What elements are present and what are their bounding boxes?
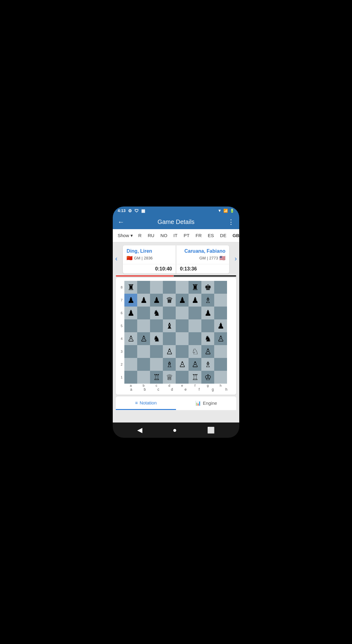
engine-label: Engine — [203, 400, 217, 406]
square-c8[interactable] — [150, 281, 163, 294]
square-a8[interactable]: ♜ — [124, 281, 137, 294]
square-b2[interactable] — [137, 358, 150, 371]
player-right-flag: 🇺🇸 — [219, 255, 226, 261]
square-g7[interactable]: ♗ — [201, 294, 214, 307]
lang-no[interactable]: NO — [157, 229, 170, 242]
square-f5[interactable] — [189, 319, 201, 332]
square-c5[interactable] — [150, 319, 163, 332]
square-e1[interactable] — [176, 371, 189, 384]
square-b7[interactable]: ♟ — [137, 294, 150, 307]
player-left-title: GM — [134, 256, 140, 260]
square-d1[interactable]: ♕ — [163, 371, 176, 384]
square-b5[interactable] — [137, 319, 150, 332]
lang-ru[interactable]: RU — [145, 229, 157, 242]
square-a1[interactable] — [124, 371, 137, 384]
square-f1[interactable]: ♖ — [189, 371, 201, 384]
chess-board[interactable]: 8♜♜♚7♟♟♟♛♟♟♗6♟♞♟5♝♟4♙♙♞♞♙3♙♘♙2♗♙♙♗1♖♕♖♔a… — [119, 281, 233, 387]
square-g1[interactable]: ♔ — [201, 371, 214, 384]
square-e3[interactable] — [176, 345, 189, 358]
back-button[interactable]: ← — [118, 218, 124, 226]
square-f2[interactable]: ♙ — [189, 358, 201, 371]
more-menu-button[interactable]: ⋮ — [228, 218, 234, 226]
prev-game-button[interactable]: ‹ — [113, 254, 120, 264]
player-right: Caruana, Fabiano GM | 2773 🇺🇸 — [176, 245, 229, 264]
square-c3[interactable] — [150, 345, 163, 358]
next-game-button[interactable]: › — [232, 254, 239, 264]
square-e6[interactable] — [176, 307, 189, 319]
player-right-name: Caruana, Fabiano — [180, 248, 226, 254]
file-c: c — [152, 387, 165, 392]
square-h4[interactable]: ♙ — [214, 332, 227, 345]
player-left-flag: 🇨🇳 — [127, 255, 133, 261]
player-left-separator: | — [141, 256, 142, 260]
square-d3[interactable]: ♙ — [163, 345, 176, 358]
recents-nav-button[interactable] — [207, 426, 215, 434]
square-d4[interactable] — [163, 332, 176, 345]
square-b4[interactable]: ♙ — [137, 332, 150, 345]
lang-fr[interactable]: FR — [193, 229, 205, 242]
rank-label-2: 2 — [119, 363, 124, 366]
square-h1[interactable] — [214, 371, 227, 384]
square-g4[interactable]: ♞ — [201, 332, 214, 345]
square-d5[interactable]: ♝ — [163, 319, 176, 332]
lang-r[interactable]: R — [135, 229, 145, 242]
tab-notation[interactable]: ≡ Notation — [116, 396, 176, 410]
square-c2[interactable] — [150, 358, 163, 371]
square-e5[interactable] — [176, 319, 189, 332]
square-g5[interactable] — [201, 319, 214, 332]
square-d2[interactable]: ♗ — [163, 358, 176, 371]
square-g6[interactable]: ♟ — [201, 307, 214, 319]
square-a2[interactable] — [124, 358, 137, 371]
file-h: h — [220, 387, 233, 392]
square-g2[interactable]: ♗ — [201, 358, 214, 371]
lang-pt[interactable]: PT — [181, 229, 193, 242]
square-b8[interactable] — [137, 281, 150, 294]
square-g8[interactable]: ♚ — [201, 281, 214, 294]
square-d7[interactable]: ♛ — [163, 294, 176, 307]
square-e2[interactable]: ♙ — [176, 358, 189, 371]
square-a5[interactable] — [124, 319, 137, 332]
file-b: b — [138, 387, 152, 392]
square-g3[interactable]: ♙ — [201, 345, 214, 358]
square-f4[interactable] — [189, 332, 201, 345]
square-e7[interactable]: ♟ — [176, 294, 189, 307]
square-c1[interactable]: ♖ — [150, 371, 163, 384]
square-h7[interactable] — [214, 294, 227, 307]
square-a3[interactable] — [124, 345, 137, 358]
square-c6[interactable]: ♞ — [150, 307, 163, 319]
square-f8[interactable]: ♜ — [189, 281, 201, 294]
square-c7[interactable]: ♟ — [150, 294, 163, 307]
square-h6[interactable] — [214, 307, 227, 319]
phone-frame: 4:13 ⚙ 🛡 ▦ ▼ 📶 🔋 ← Game Details ⋮ Show ▾… — [113, 207, 239, 438]
square-c4[interactable]: ♞ — [150, 332, 163, 345]
square-b3[interactable] — [137, 345, 150, 358]
square-h8[interactable] — [214, 281, 227, 294]
square-b6[interactable] — [137, 307, 150, 319]
square-h3[interactable] — [214, 345, 227, 358]
square-f7[interactable]: ♟ — [189, 294, 201, 307]
square-h5[interactable]: ♟ — [214, 319, 227, 332]
square-e8[interactable] — [176, 281, 189, 294]
square-d6[interactable] — [163, 307, 176, 319]
file-label-e: e — [176, 384, 189, 387]
lang-es[interactable]: ES — [205, 229, 217, 242]
lang-it[interactable]: IT — [170, 229, 181, 242]
lang-gb[interactable]: GB — [229, 229, 239, 242]
square-f3[interactable]: ♘ — [189, 345, 201, 358]
square-a7[interactable]: ♟ — [124, 294, 137, 307]
square-d8[interactable] — [163, 281, 176, 294]
show-dropdown-button[interactable]: Show ▾ — [115, 229, 135, 242]
players-card: Ding, Liren 🇨🇳 GM | 2836 Caruana, Fabian… — [123, 245, 229, 274]
square-a4[interactable]: ♙ — [124, 332, 137, 345]
file-label-a: a — [124, 384, 137, 387]
square-a6[interactable]: ♟ — [124, 307, 137, 319]
player-right-rating: 2773 — [209, 256, 218, 260]
square-e4[interactable] — [176, 332, 189, 345]
square-b1[interactable] — [137, 371, 150, 384]
square-f6[interactable] — [189, 307, 201, 319]
square-h2[interactable] — [214, 358, 227, 371]
home-nav-button[interactable] — [173, 426, 177, 434]
back-nav-button[interactable] — [137, 426, 142, 434]
tab-engine[interactable]: 📊 Engine — [176, 396, 236, 410]
lang-de[interactable]: DE — [217, 229, 229, 242]
